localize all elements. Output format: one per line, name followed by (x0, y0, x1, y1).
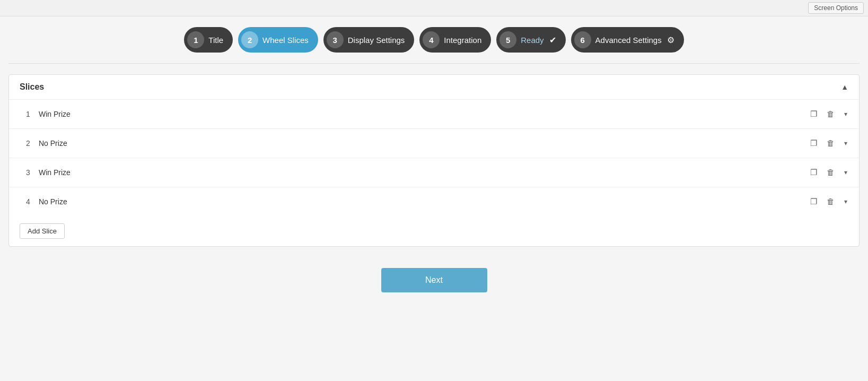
step-5-label: Ready (521, 36, 543, 45)
footer: Next (0, 247, 868, 314)
step-2-label: Wheel Slices (262, 36, 309, 45)
add-slice-button[interactable]: Add Slice (20, 223, 65, 239)
slice-name: Win Prize (39, 110, 807, 118)
table-row: 1 Win Prize ❐ 🗑 ▾ (9, 100, 859, 129)
slice-dropdown-button[interactable]: ▾ (841, 137, 851, 149)
step-3-display-settings[interactable]: 3 Display Settings (323, 27, 415, 53)
step-1-number: 1 (187, 31, 204, 48)
slice-number: 2 (17, 139, 39, 148)
delete-slice-button[interactable]: 🗑 (823, 136, 838, 150)
gear-icon: ⚙ (667, 35, 674, 45)
slice-name: No Prize (39, 197, 807, 206)
slice-number: 3 (17, 168, 39, 177)
screen-options-button[interactable]: Screen Options (808, 2, 864, 14)
step-6-advanced-settings[interactable]: 6 Advanced Settings ⚙ (571, 27, 684, 53)
copy-slice-button[interactable]: ❐ (807, 166, 820, 179)
chevron-down-icon: ▾ (844, 110, 847, 118)
step-6-label: Advanced Settings (595, 36, 662, 45)
step-2-wheel-slices[interactable]: 2 Wheel Slices (238, 27, 318, 53)
step-3-number: 3 (327, 31, 344, 48)
chevron-down-icon: ▾ (844, 140, 847, 147)
divider (8, 63, 860, 64)
trash-icon: 🗑 (827, 138, 835, 148)
copy-icon: ❐ (810, 197, 817, 206)
slice-number: 1 (17, 110, 39, 118)
copy-icon: ❐ (810, 138, 817, 148)
delete-slice-button[interactable]: 🗑 (823, 107, 838, 121)
trash-icon: 🗑 (827, 109, 835, 118)
add-slice-area: Add Slice (9, 216, 859, 246)
slice-name: No Prize (39, 139, 807, 148)
step-3-label: Display Settings (348, 36, 405, 45)
collapse-button[interactable]: ▲ (841, 83, 848, 91)
delete-slice-button[interactable]: 🗑 (823, 195, 838, 209)
copy-icon: ❐ (810, 168, 817, 177)
step-2-number: 2 (241, 31, 258, 48)
wizard-nav: 1 Title 2 Wheel Slices 3 Display Setting… (0, 16, 868, 63)
step-4-label: Integration (444, 36, 481, 45)
chevron-down-icon: ▾ (844, 169, 847, 176)
slice-actions: ❐ 🗑 ▾ (807, 166, 851, 179)
card-header: Slices ▲ (9, 75, 859, 100)
slice-name: Win Prize (39, 168, 807, 177)
slice-actions: ❐ 🗑 ▾ (807, 195, 851, 209)
table-row: 4 No Prize ❐ 🗑 ▾ (9, 187, 859, 216)
copy-slice-button[interactable]: ❐ (807, 136, 820, 150)
step-4-integration[interactable]: 4 Integration (419, 27, 491, 53)
card-title: Slices (20, 82, 44, 92)
delete-slice-button[interactable]: 🗑 (823, 166, 838, 179)
copy-slice-button[interactable]: ❐ (807, 107, 820, 121)
step-1-label: Title (208, 36, 223, 45)
chevron-down-icon: ▾ (844, 198, 847, 205)
step-6-number: 6 (574, 31, 591, 48)
slice-actions: ❐ 🗑 ▾ (807, 136, 851, 150)
trash-icon: 🗑 (827, 168, 835, 177)
next-button[interactable]: Next (381, 268, 487, 292)
step-4-number: 4 (423, 31, 440, 48)
table-row: 3 Win Prize ❐ 🗑 ▾ (9, 158, 859, 187)
slices-card: Slices ▲ 1 Win Prize ❐ 🗑 ▾ 2 No Prize (8, 74, 860, 247)
slice-number: 4 (17, 197, 39, 206)
collapse-icon: ▲ (841, 83, 848, 91)
table-row: 2 No Prize ❐ 🗑 ▾ (9, 129, 859, 158)
copy-icon: ❐ (810, 109, 817, 118)
slices-list: 1 Win Prize ❐ 🗑 ▾ 2 No Prize ❐ (9, 100, 859, 216)
step-5-ready[interactable]: 5 Ready ✔ (496, 27, 565, 53)
copy-slice-button[interactable]: ❐ (807, 195, 820, 209)
slice-dropdown-button[interactable]: ▾ (841, 196, 851, 207)
step-5-number: 5 (499, 31, 516, 48)
step-1-title[interactable]: 1 Title (184, 27, 233, 53)
slice-dropdown-button[interactable]: ▾ (841, 167, 851, 178)
slice-dropdown-button[interactable]: ▾ (841, 108, 851, 120)
slice-actions: ❐ 🗑 ▾ (807, 107, 851, 121)
trash-icon: 🗑 (827, 197, 835, 206)
check-icon: ✔ (549, 35, 556, 45)
top-bar: Screen Options (0, 0, 868, 16)
